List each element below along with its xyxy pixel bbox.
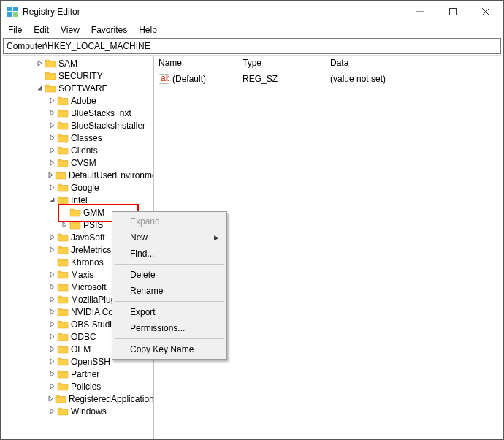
- expand-toggle[interactable]: [47, 197, 56, 203]
- expand-toggle[interactable]: [47, 383, 56, 390]
- context-menu-find[interactable]: Find...: [114, 246, 225, 262]
- folder-icon: [57, 382, 69, 391]
- expand-toggle[interactable]: [47, 122, 56, 129]
- column-data[interactable]: Data: [326, 56, 501, 72]
- tree-item-label: ODBC: [71, 332, 96, 342]
- context-menu-permissions[interactable]: Permissions...: [114, 320, 225, 336]
- expand-toggle[interactable]: [47, 234, 56, 240]
- expand-toggle[interactable]: [47, 110, 56, 116]
- expand-toggle[interactable]: [47, 408, 56, 414]
- regedit-icon: [7, 6, 18, 18]
- tree-item-partner[interactable]: Partner: [3, 368, 153, 380]
- expand-toggle[interactable]: [35, 85, 44, 91]
- expand-toggle[interactable]: [47, 97, 56, 104]
- tree-item-security[interactable]: SECURITY: [3, 69, 153, 82]
- value-name-cell: ab (Default): [154, 74, 238, 84]
- tree-item-adobe[interactable]: Adobe: [3, 94, 153, 107]
- tree-item-google[interactable]: Google: [3, 181, 153, 194]
- window-controls: [403, 1, 502, 23]
- tree-item-label: Windows: [71, 406, 107, 417]
- tree-item-software[interactable]: SOFTWARE: [3, 82, 153, 94]
- expand-toggle[interactable]: [47, 159, 56, 166]
- folder-icon: [55, 394, 66, 403]
- menu-help[interactable]: Help: [133, 24, 163, 36]
- expand-toggle[interactable]: [47, 284, 56, 290]
- maximize-button[interactable]: [436, 1, 469, 23]
- column-name[interactable]: Name: [154, 56, 238, 72]
- tree-item-defaultuserenvironment[interactable]: DefaultUserEnvironment: [3, 169, 153, 181]
- expand-toggle[interactable]: [47, 296, 56, 303]
- folder-icon: [57, 96, 69, 105]
- context-menu-rename[interactable]: Rename: [114, 283, 225, 299]
- folder-icon: [57, 282, 69, 292]
- context-menu-copy-key-name[interactable]: Copy Key Name: [114, 341, 225, 357]
- svg-rect-0: [7, 7, 12, 11]
- expand-toggle[interactable]: [47, 395, 54, 402]
- tree-item-clients[interactable]: Clients: [3, 144, 153, 156]
- menu-edit[interactable]: Edit: [28, 24, 55, 36]
- svg-rect-1: [13, 7, 18, 11]
- menu-view[interactable]: View: [55, 24, 85, 36]
- address-bar[interactable]: Computer\HKEY_LOCAL_MACHINE: [3, 38, 501, 54]
- context-menu-new[interactable]: New▶: [114, 230, 225, 246]
- tree-item-label: Intel: [71, 195, 88, 205]
- value-row[interactable]: ab (Default) REG_SZ (value not set): [154, 72, 501, 86]
- menu-favorites[interactable]: Favorites: [85, 24, 133, 36]
- folder-icon: [57, 195, 69, 205]
- expand-toggle[interactable]: [47, 308, 56, 315]
- expand-toggle[interactable]: [47, 346, 56, 352]
- window-title: Registry Editor: [23, 7, 403, 17]
- tree-item-label: Classes: [71, 133, 102, 143]
- tree-item-registeredapplications[interactable]: RegisteredApplications: [3, 392, 153, 405]
- menu-file[interactable]: File: [2, 24, 28, 36]
- folder-icon: [57, 183, 69, 192]
- context-menu-expand: Expand: [114, 213, 225, 230]
- string-value-icon: ab: [159, 74, 169, 84]
- expand-toggle[interactable]: [35, 60, 44, 67]
- expand-toggle[interactable]: [47, 147, 56, 153]
- tree-item-label: Clients: [71, 145, 98, 156]
- tree-item-bluestacksinstaller[interactable]: BlueStacksInstaller: [3, 119, 153, 132]
- tree-item-cvsm[interactable]: CVSM: [3, 156, 153, 169]
- tree-item-label: JavaSoft: [71, 232, 105, 243]
- tree-item-classes[interactable]: Classes: [3, 132, 153, 144]
- tree-item-bluestacks-nxt[interactable]: BlueStacks_nxt: [3, 107, 153, 119]
- titlebar: Registry Editor: [1, 1, 503, 23]
- context-menu-separator: [115, 338, 224, 339]
- folder-icon: [57, 133, 69, 143]
- tree-item-label: CVSM: [71, 158, 96, 168]
- tree-item-label: Google: [71, 183, 99, 193]
- expand-toggle[interactable]: [47, 172, 54, 178]
- column-type[interactable]: Type: [238, 56, 326, 72]
- tree-item-label: SOFTWARE: [58, 83, 108, 94]
- expand-toggle[interactable]: [47, 271, 56, 278]
- close-button[interactable]: [469, 1, 502, 23]
- tree-item-label: Partner: [71, 369, 99, 379]
- expand-toggle[interactable]: [47, 358, 56, 365]
- value-type-cell: REG_SZ: [238, 74, 326, 84]
- folder-icon: [57, 332, 69, 341]
- expand-toggle[interactable]: [60, 221, 69, 228]
- folder-icon: [57, 121, 69, 130]
- tree-item-label: Microsoft: [71, 282, 107, 292]
- expand-toggle[interactable]: [47, 184, 56, 191]
- folder-icon: [57, 108, 69, 118]
- context-menu-delete[interactable]: Delete: [114, 267, 225, 283]
- tree-item-intel[interactable]: Intel: [3, 194, 153, 206]
- expand-toggle[interactable]: [47, 246, 56, 253]
- minimize-button[interactable]: [403, 1, 436, 23]
- tree-item-policies[interactable]: Policies: [3, 380, 153, 392]
- context-menu-export[interactable]: Export: [114, 304, 225, 320]
- folder-icon: [57, 406, 69, 416]
- folder-icon: [69, 220, 81, 230]
- tree-item-windows[interactable]: Windows: [3, 405, 153, 417]
- folder-icon: [57, 232, 69, 242]
- expand-toggle[interactable]: [47, 134, 56, 141]
- tree-item-sam[interactable]: SAM: [3, 57, 153, 69]
- svg-rect-3: [13, 12, 18, 17]
- folder-icon: [57, 369, 69, 379]
- expand-toggle[interactable]: [47, 371, 56, 377]
- expand-toggle[interactable]: [47, 333, 56, 340]
- menubar: File Edit View Favorites Help: [1, 23, 503, 37]
- expand-toggle[interactable]: [47, 321, 56, 327]
